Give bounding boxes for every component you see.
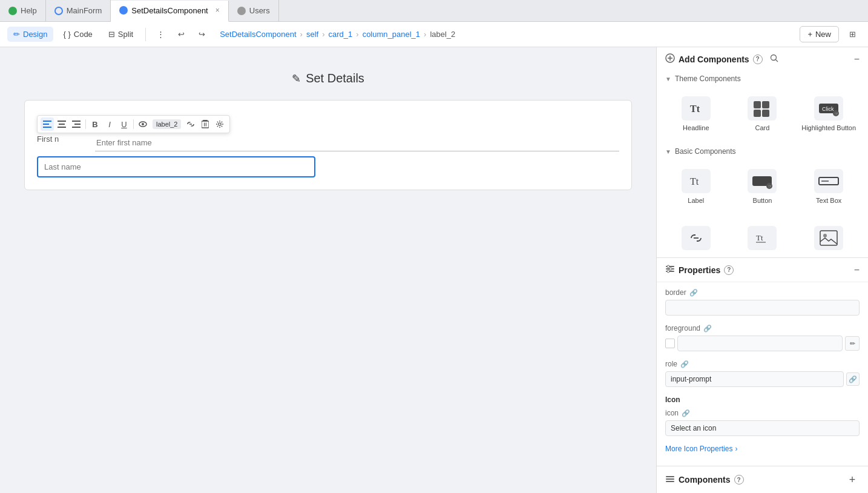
svg-point-45 <box>667 270 669 273</box>
border-input[interactable] <box>665 300 860 316</box>
component-label[interactable]: Tt Label <box>665 164 727 209</box>
components-icon-bottom <box>665 474 675 486</box>
split-button[interactable]: ⊟ Split <box>102 27 139 42</box>
role-select[interactable]: input-prompt <box>665 371 844 387</box>
component-text-box[interactable]: Text Box <box>798 164 860 209</box>
icon-select-row: Select an icon <box>665 420 860 436</box>
border-link-icon[interactable]: 🔗 <box>689 289 698 297</box>
properties-collapse-btn[interactable]: − <box>854 265 860 276</box>
component-button[interactable]: ☞ Button <box>732 164 794 209</box>
foreground-color-swatch[interactable] <box>665 339 675 348</box>
svg-rect-46 <box>666 476 674 477</box>
component-highlighted-button[interactable]: Click☞ Highlighted Button <box>798 91 860 136</box>
first-name-input[interactable] <box>95 134 619 151</box>
breadcrumb-root[interactable]: SetDetailsComponent <box>220 30 296 39</box>
settings-button[interactable] <box>213 117 226 131</box>
delete-button[interactable] <box>199 117 212 131</box>
design-button[interactable]: ✏ Design <box>7 27 53 42</box>
component-link[interactable] <box>665 221 727 255</box>
tabs-bar: Help MainForm SetDetailsComponent × User… <box>0 0 868 22</box>
headline-label: Headline <box>683 124 709 131</box>
tab-users-label: Users <box>249 6 270 15</box>
breadcrumb-sep-1: › <box>300 30 303 39</box>
breadcrumb-column-panel[interactable]: column_panel_1 <box>363 30 420 39</box>
tab-mainform-label: MainForm <box>67 6 102 15</box>
bold-button[interactable]: B <box>88 117 102 131</box>
tab-mainform[interactable]: MainForm <box>46 0 111 21</box>
add-components-search-btn[interactable] <box>770 54 778 64</box>
more-icon-props-chevron: › <box>735 445 737 453</box>
align-left-button[interactable] <box>41 117 54 131</box>
tab-setdetails-close[interactable]: × <box>215 6 220 15</box>
basic-section-label[interactable]: ▼ Basic Components <box>657 144 868 159</box>
svg-rect-25 <box>762 110 769 117</box>
layout-toggle-button[interactable]: ⊞ <box>844 26 861 43</box>
properties-icon <box>665 264 675 276</box>
breadcrumb-current: label_2 <box>430 30 455 39</box>
tab-users[interactable]: Users <box>229 0 279 21</box>
svg-rect-23 <box>762 101 769 108</box>
breadcrumb-self[interactable]: self <box>306 30 318 39</box>
right-panel: Add Components ? − ▼ Theme Components Tt… <box>656 47 868 493</box>
main-area: ✎ Set Details <box>0 47 868 493</box>
properties-help[interactable]: ? <box>724 265 734 275</box>
page-title: ✎ Set Details <box>24 71 632 85</box>
new-label: New <box>815 30 831 39</box>
design-icon: ✏ <box>13 30 20 39</box>
new-button[interactable]: + New <box>800 26 839 42</box>
design-label: Design <box>23 30 47 39</box>
card-icon <box>748 96 777 121</box>
components-help[interactable]: ? <box>734 475 744 485</box>
svg-rect-2 <box>43 127 51 128</box>
visibility-button[interactable] <box>136 117 150 131</box>
foreground-edit-btn[interactable]: ✏ <box>845 336 860 351</box>
component-card[interactable]: Card <box>732 91 794 136</box>
svg-rect-13 <box>206 123 206 127</box>
link-icon <box>682 226 711 250</box>
new-icon: + <box>807 30 812 39</box>
icon-select[interactable]: Select an icon <box>665 420 860 436</box>
highlighted-button-label: Highlighted Button <box>801 124 856 131</box>
properties-title: Properties <box>679 265 720 275</box>
svg-rect-0 <box>43 121 51 122</box>
svg-rect-38 <box>820 231 837 245</box>
foreground-prop-row: foreground 🔗 ✏ <box>665 324 860 351</box>
basic-components-grid: Tt Label ☞ Button Text Box <box>657 159 868 216</box>
breadcrumb-card1[interactable]: card_1 <box>329 30 353 39</box>
last-name-input[interactable] <box>37 156 315 177</box>
role-link-btn[interactable]: 🔗 <box>846 372 860 386</box>
svg-point-43 <box>667 265 669 268</box>
underline-button[interactable]: U <box>117 117 131 131</box>
icon-link-icon[interactable]: 🔗 <box>682 409 690 417</box>
label-link-button[interactable] <box>184 117 197 131</box>
label-area: B I U label_2 <box>37 134 85 144</box>
first-name-row: B I U label_2 <box>37 113 619 151</box>
more-options-button[interactable]: ⋮ <box>152 26 169 43</box>
align-right-button[interactable] <box>70 117 83 131</box>
redo-button[interactable]: ↪ <box>193 26 210 43</box>
component-image[interactable] <box>798 221 860 255</box>
more-icon-props[interactable]: More Icon Properties › <box>665 445 860 453</box>
component-rich-text[interactable]: Tt <box>732 221 794 255</box>
foreground-link-icon[interactable]: 🔗 <box>703 325 712 333</box>
tab-setdetails[interactable]: SetDetailsComponent × <box>111 1 228 22</box>
code-button[interactable]: { } Code <box>57 27 98 42</box>
components-add-button[interactable]: + <box>845 472 860 487</box>
add-components-section: Add Components ? − ▼ Theme Components Tt… <box>657 47 868 258</box>
component-headline[interactable]: Tt Headline <box>665 91 727 136</box>
theme-section-label[interactable]: ▼ Theme Components <box>657 71 868 87</box>
svg-text:Tt: Tt <box>690 104 700 114</box>
add-components-collapse-btn[interactable]: − <box>854 54 860 65</box>
undo-button[interactable]: ↩ <box>173 26 189 43</box>
svg-rect-48 <box>666 481 674 482</box>
tab-help[interactable]: Help <box>0 0 46 21</box>
svg-text:☞: ☞ <box>835 111 838 116</box>
add-components-help[interactable]: ? <box>753 55 763 64</box>
foreground-input[interactable] <box>677 336 843 351</box>
theme-section-title: Theme Components <box>675 74 741 83</box>
align-center-button[interactable] <box>55 117 68 131</box>
role-link-icon[interactable]: 🔗 <box>680 360 689 368</box>
more-components-grid: Tt <box>657 216 868 257</box>
role-label: role 🔗 <box>665 360 860 368</box>
italic-button[interactable]: I <box>103 117 116 131</box>
